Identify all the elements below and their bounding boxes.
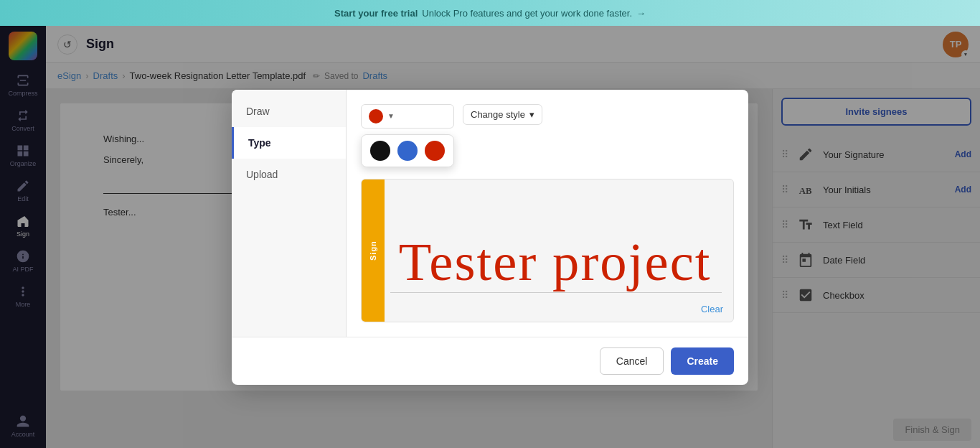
change-style-caret-icon: ▾ (529, 109, 534, 120)
modal-main: ▼ Change style ▾ (347, 90, 748, 337)
signature-badge: Sign (362, 179, 385, 322)
signature-svg: Tester project (362, 186, 733, 315)
signature-area[interactable]: Sign Tester project Clear (361, 179, 734, 322)
svg-text:Tester project: Tester project (399, 233, 712, 291)
color-option-black[interactable] (370, 141, 390, 161)
banner-bold: Start your free trial (334, 8, 418, 19)
tab-draw[interactable]: Draw (232, 95, 346, 127)
color-picker-button[interactable]: ▼ (361, 104, 454, 129)
modal-tabs: Draw Type Upload (232, 90, 347, 337)
top-banner: Start your free trial Unlock Pro feature… (0, 0, 980, 26)
modal-overlay: Draw Type Upload ▼ (0, 26, 980, 448)
banner-text: Unlock Pro features and get your work do… (422, 8, 632, 19)
banner-arrow: → (636, 8, 646, 19)
tab-upload[interactable]: Upload (232, 159, 346, 190)
color-option-red[interactable] (425, 141, 445, 161)
tab-type[interactable]: Type (232, 127, 346, 159)
create-button[interactable]: Create (671, 347, 734, 375)
signature-modal: Draw Type Upload ▼ (232, 90, 748, 385)
cancel-button[interactable]: Cancel (600, 347, 664, 375)
change-style-label: Change style (471, 109, 525, 120)
color-option-blue[interactable] (397, 141, 418, 161)
selected-color-dot (369, 109, 383, 123)
signature-underline (390, 292, 722, 293)
clear-button[interactable]: Clear (701, 304, 723, 314)
color-dropdown (361, 134, 454, 167)
color-caret-icon: ▼ (387, 112, 395, 120)
change-style-button[interactable]: Change style ▾ (463, 104, 542, 125)
modal-footer: Cancel Create (232, 337, 748, 385)
